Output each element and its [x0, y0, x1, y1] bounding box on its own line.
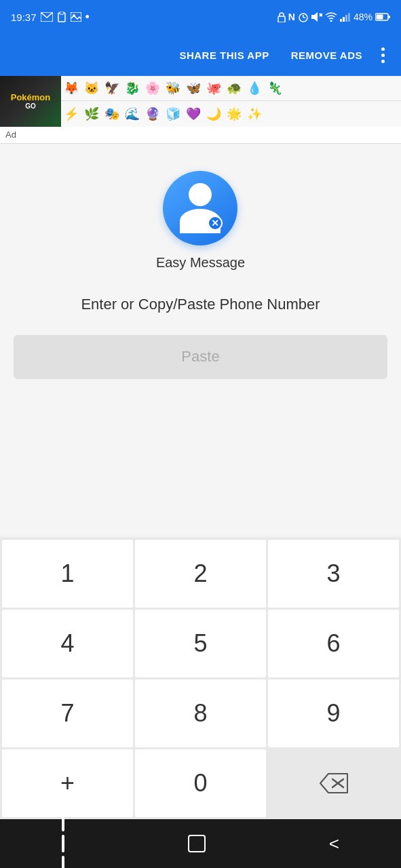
- pokemon-sprite-7: 🦋: [183, 78, 204, 98]
- battery-display: 48%: [354, 12, 373, 22]
- email-icon: [41, 12, 53, 22]
- battery-icon: [375, 13, 390, 21]
- instruction-text: Enter or Copy/Paste Phone Number: [81, 295, 320, 315]
- back-icon: <: [329, 835, 339, 852]
- pokemon-sprite-10: 💧: [244, 78, 265, 98]
- key-7[interactable]: 7: [2, 679, 133, 747]
- key-3[interactable]: 3: [268, 540, 399, 608]
- key-6[interactable]: 6: [268, 610, 399, 677]
- pokemon-sprite-17: 🧊: [163, 104, 183, 124]
- pokemon-sprite-16: 🔮: [142, 104, 163, 124]
- nav-back-button[interactable]: <: [316, 828, 353, 859]
- time-display: 19:37: [11, 12, 37, 23]
- key-4[interactable]: 4: [2, 610, 133, 677]
- keypad: 1 2 3 4 5 6 7 8 9 + 0: [0, 538, 401, 819]
- pokemon-sprite-6: 🐝: [163, 78, 183, 98]
- svg-marker-9: [311, 12, 318, 22]
- app-name-label: Easy Message: [156, 255, 245, 271]
- status-bar: 19:37 • N 48%: [0, 0, 401, 34]
- pokemon-sprite-5: 🌸: [142, 78, 163, 98]
- lock-icon: [278, 12, 286, 22]
- pokemon-sprite-20: 🌟: [224, 104, 244, 124]
- pokemon-sprite-9: 🐢: [224, 78, 244, 98]
- key-1[interactable]: 1: [2, 540, 133, 608]
- svg-rect-14: [343, 17, 345, 22]
- main-content: ✕ Easy Message Enter or Copy/Paste Phone…: [0, 144, 401, 536]
- key-9[interactable]: 9: [268, 679, 399, 747]
- pokemon-sprite-19: 🌙: [204, 104, 224, 124]
- status-icons: N 48%: [278, 12, 390, 22]
- nav-home-button[interactable]: [174, 828, 219, 859]
- n-indicator: N: [288, 12, 295, 22]
- key-5[interactable]: 5: [135, 610, 266, 677]
- key-0[interactable]: 0: [135, 749, 266, 817]
- pokemon-sprite-strip: 🦊 🐱 🦅 🐉 🌸 🐝 🦋 🐙 🐢 💧 🦎 ⚡ 🌿 🎭 �: [61, 76, 401, 127]
- svg-rect-19: [377, 15, 383, 20]
- svg-rect-15: [345, 15, 347, 22]
- svg-rect-18: [388, 16, 390, 18]
- mute-icon: [311, 12, 322, 22]
- alarm-icon: [298, 12, 309, 22]
- pokemon-sprite-12: ⚡: [61, 104, 81, 124]
- svg-rect-5: [278, 16, 285, 22]
- ad-label: Ad: [0, 127, 401, 142]
- key-delete[interactable]: [268, 749, 399, 817]
- dot2: [381, 54, 385, 57]
- pokemon-sprite-8: 🐙: [204, 78, 224, 98]
- pokemon-sprite-11: 🦎: [265, 78, 285, 98]
- pokemon-sprite-13: 🌿: [81, 104, 102, 124]
- pokemon-sprite-4: 🐉: [122, 78, 142, 98]
- paste-button[interactable]: Paste: [14, 335, 387, 379]
- svg-rect-16: [348, 13, 350, 22]
- svg-rect-2: [60, 12, 64, 14]
- pokemon-sprite-3: 🦅: [102, 78, 122, 98]
- pokemon-sprite-15: 🌊: [122, 104, 142, 124]
- remove-ads-button[interactable]: REMOVE ADS: [283, 44, 370, 66]
- top-action-bar: SHARE THIS APP REMOVE ADS: [0, 34, 401, 76]
- ad-content: PokémonGO 🦊 🐱 🦅 🐉 🌸 🐝 🦋 🐙 🐢 💧 🦎: [0, 76, 401, 127]
- clipboard-icon: [57, 12, 66, 22]
- pokemon-go-logo: PokémonGO: [11, 92, 51, 111]
- status-time: 19:37 •: [11, 10, 90, 24]
- signal-icon: [340, 12, 351, 22]
- recent-apps-icon: [62, 814, 64, 868]
- image-icon: [71, 12, 81, 22]
- avatar-circle: ✕: [163, 171, 237, 245]
- ad-banner[interactable]: PokémonGO 🦊 🐱 🦅 🐉 🌸 🐝 🦋 🐙 🐢 💧 🦎: [0, 76, 401, 144]
- nav-bar: <: [0, 819, 401, 868]
- key-8[interactable]: 8: [135, 679, 266, 747]
- svg-point-12: [330, 20, 332, 22]
- avatar-head: [189, 183, 212, 206]
- ad-logo: PokémonGO: [0, 76, 61, 127]
- nav-recent-button[interactable]: [48, 807, 78, 868]
- pokemon-sprite-18: 💜: [183, 104, 204, 124]
- pokemon-sprite-2: 🐱: [81, 78, 102, 98]
- dot1: [381, 47, 385, 51]
- avatar-container: ✕ Easy Message: [156, 171, 245, 271]
- home-icon: [188, 835, 206, 852]
- more-options-button[interactable]: [376, 45, 390, 66]
- key-2[interactable]: 2: [135, 540, 266, 608]
- wifi-icon: [325, 12, 337, 22]
- dot3: [381, 60, 385, 63]
- dot-indicator: •: [85, 10, 90, 24]
- pokemon-sprite-1: 🦊: [61, 78, 81, 98]
- svg-rect-13: [340, 19, 342, 22]
- delete-icon: [319, 772, 349, 794]
- pokemon-sprite-14: 🎭: [102, 104, 122, 124]
- pokemon-sprite-21: ✨: [244, 104, 265, 124]
- share-app-button[interactable]: SHARE THIS APP: [171, 44, 277, 66]
